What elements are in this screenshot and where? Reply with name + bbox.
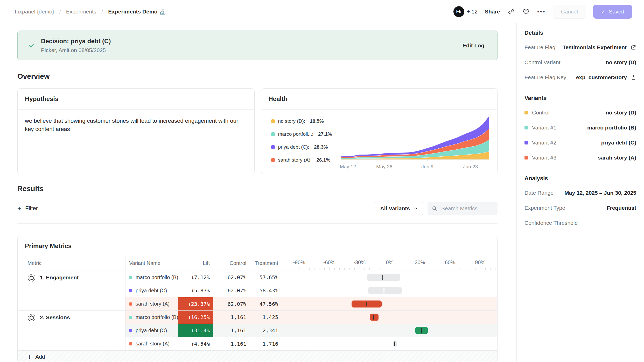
table-row[interactable]: priya debt (C)↑31.4%1,1612,341 [125, 324, 497, 337]
analysis-section: Analysis Date Range May 12, 2025 – Jun 3… [524, 175, 636, 230]
saved-button[interactable]: ✓ Saved [593, 5, 632, 19]
axis-tick-label: 60% [445, 259, 455, 265]
feature-flag-key-value: exp_customerStory [576, 74, 627, 81]
top-bar: Fixpanel {demo} / Experiments / Experime… [0, 0, 644, 23]
variants-heading: Variants [524, 95, 636, 102]
avatar[interactable]: Fk [453, 6, 464, 17]
column-header-metric: Metric [18, 256, 125, 271]
variant-row-1: Variant #1 marco portfolio (B) [524, 120, 636, 135]
variant-name: sarah story (A) [136, 341, 170, 347]
breadcrumb-separator: / [101, 9, 103, 15]
confidence-interval-bar [370, 314, 379, 321]
table-row[interactable]: sarah story (A)↑4.54%1,1611,716 [125, 337, 497, 350]
control-value: 1,161 [213, 327, 246, 334]
search-metrics-input[interactable] [441, 205, 493, 212]
cancel-button[interactable]: Cancel [553, 5, 586, 19]
favorite-heart-icon[interactable] [522, 8, 530, 16]
search-icon [432, 206, 437, 211]
column-header-treatment: Treatment [246, 256, 278, 271]
svg-text:May 12: May 12 [340, 164, 356, 169]
svg-text:Jun 9: Jun 9 [421, 164, 433, 169]
column-header-control: Control [213, 256, 246, 271]
table-row[interactable]: marco portfolio (B)↓16.25%1,1611,425 [125, 311, 497, 324]
hypothesis-body: we believe that showing customer stories… [18, 110, 251, 141]
column-header-lift: Lift [178, 256, 213, 271]
confidence-interval-bar [393, 340, 397, 347]
metric-cell[interactable]: 2. Sessions [18, 311, 125, 350]
variant-color-swatch [129, 329, 132, 332]
plus-icon: + [17, 206, 21, 211]
lift-value: ↑31.4% [178, 324, 213, 337]
lift-value: ↓7.12% [178, 271, 213, 284]
health-card: Health no story (D):18.5%marco portfoli.… [261, 88, 498, 174]
health-legend-item: priya debt (C):28.3% [271, 144, 339, 150]
legend-value: 26.1% [316, 157, 330, 163]
hypothesis-card: Hypothesis we believe that showing custo… [17, 88, 255, 174]
variant-color-swatch [524, 141, 528, 144]
lift-point-tick [366, 302, 367, 306]
share-button[interactable]: Share [485, 9, 500, 15]
lift-value: ↓23.37% [178, 297, 213, 310]
decision-title: Decision: priya debt (C) [41, 38, 463, 45]
legend-value: 28.3% [314, 144, 328, 150]
axis-tick-label: -30% [353, 259, 366, 265]
control-variant-value: no story (D) [606, 59, 636, 66]
variant-name: marco portfolio (B) [136, 274, 178, 280]
lift-value: ↓16.25% [178, 311, 213, 324]
filter-button-label: Filter [25, 205, 38, 212]
edit-log-button[interactable]: Edit Log [463, 42, 484, 49]
table-row[interactable]: sarah story (A)↓23.37%62.07%47.56% [125, 297, 497, 310]
metric-name: 1. Engagement [40, 274, 79, 281]
lift-point-tick [384, 288, 384, 293]
metric-target-icon [27, 314, 36, 322]
variant-row-2: Variant #2 priya debt (C) [524, 135, 636, 150]
variant-row-3: Variant #3 sarah story (A) [524, 150, 636, 165]
overview-heading: Overview [17, 72, 498, 81]
copy-link-icon[interactable] [507, 8, 515, 16]
breadcrumb-experiments[interactable]: Experiments [66, 9, 96, 15]
variant-color-swatch [524, 156, 528, 160]
lift-axis-header: -90%-60%-30%0%30%60%90% [278, 256, 497, 271]
metric-group: 1. Engagementmarco portfolio (B)↓7.12%62… [18, 271, 497, 311]
breadcrumb-project[interactable]: Fixpanel {demo} [15, 9, 54, 15]
health-chart: May 12May 26Jun 9Jun 23 [339, 110, 491, 172]
top-actions: Fk + 12 Share ••• Cancel ✓ Saved [453, 5, 632, 19]
control-value: 62.07% [213, 301, 246, 307]
treatment-value: 58.43% [246, 287, 278, 294]
primary-metrics-title: Primary Metrics [18, 236, 497, 256]
control-value: 62.07% [213, 274, 246, 280]
add-filter-button[interactable]: + Filter [17, 205, 38, 212]
analysis-row-experiment-type: Experiment Type Frequentist [524, 200, 636, 215]
main-content: Decision: priya debt (C) Picker, Amit on… [0, 23, 517, 362]
variants-dropdown[interactable]: All Variants [375, 202, 423, 215]
clipboard-copy-icon[interactable] [631, 75, 636, 80]
axis-tick-label: 30% [415, 259, 425, 265]
legend-label: priya debt (C): [278, 144, 309, 150]
table-row[interactable]: marco portfolio (B)↓7.12%62.07%57.65% [125, 271, 497, 284]
saved-check-icon: ✓ [601, 9, 606, 15]
svg-text:Jun 23: Jun 23 [463, 164, 478, 169]
svg-text:May 26: May 26 [376, 164, 392, 169]
decision-banner-text: Decision: priya debt (C) Picker, Amit on… [41, 38, 463, 53]
legend-swatch [271, 119, 275, 123]
table-header: Metric Variant Name Lift Control Treatme… [18, 256, 497, 271]
primary-metrics-card: Primary Metrics Metric Variant Name Lift… [17, 236, 498, 362]
metric-cell[interactable]: 1. Engagement [18, 271, 125, 310]
more-options-button[interactable]: ••• [537, 8, 545, 15]
axis-tick-label: -90% [293, 259, 305, 265]
control-value: 1,161 [213, 341, 246, 347]
add-metric-button[interactable]: + Add [18, 351, 497, 362]
health-title: Health [261, 89, 498, 110]
feature-flag-value[interactable]: Testimonials Experiment [563, 44, 627, 50]
health-legend: no story (D):18.5%marco portfoli...:27.1… [268, 110, 339, 172]
external-link-icon[interactable] [631, 45, 636, 50]
collaborator-count[interactable]: + 12 [467, 9, 478, 15]
variant-name: priya debt (C) [136, 328, 167, 334]
variants-dropdown-label: All Variants [380, 205, 410, 212]
legend-label: marco portfoli...: [278, 131, 313, 137]
decision-subtitle: Picker, Amit on 08/05/2025 [41, 47, 463, 53]
variant-color-swatch [129, 289, 132, 292]
legend-value: 18.5% [310, 118, 324, 124]
table-row[interactable]: priya debt (C)↓5.87%62.07%58.43% [125, 284, 497, 297]
health-legend-item: sarah story (A):26.1% [271, 157, 339, 163]
